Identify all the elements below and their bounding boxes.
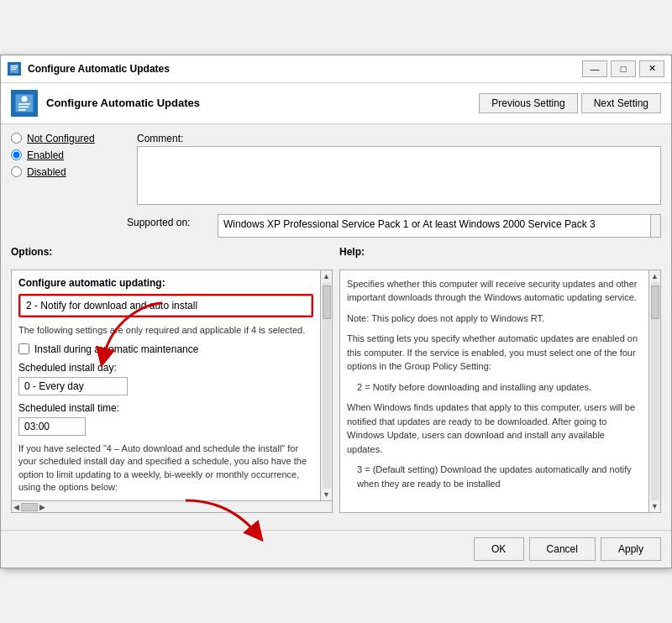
dialog-body: Not Configured Enabled Disabled Comment:… (1, 124, 671, 531)
dialog-header: Configure Automatic Updates Previous Set… (1, 83, 671, 124)
cancel-button[interactable]: Cancel (529, 537, 596, 561)
info-text: The following settings are only required… (18, 324, 313, 337)
enabled-label: Enabled (27, 149, 64, 161)
window: Configure Automatic Updates — □ ✕ Config… (0, 55, 672, 569)
left-scroll-area: Configure automatic updating: 2 - Notify… (12, 270, 320, 501)
header-left: Configure Automatic Updates (11, 90, 200, 117)
columns-section: Options: Help: Configure automatic updat… (11, 246, 661, 514)
help-header: Help: (339, 246, 661, 258)
svg-rect-10 (18, 109, 26, 111)
not-configured-label: Not Configured (27, 133, 95, 144)
title-bar-controls: — □ ✕ (582, 60, 664, 77)
configure-dropdown[interactable]: 2 - Notify for download and auto install… (20, 296, 312, 316)
radio-group: Not Configured Enabled Disabled (11, 133, 120, 178)
scroll-thumb[interactable] (323, 285, 331, 319)
disabled-radio[interactable] (11, 166, 22, 177)
time-select-wrapper: 03:00 04:00 (18, 417, 86, 436)
time-field-row: 03:00 04:00 (18, 417, 313, 436)
help-para1: Specifies whether this computer will rec… (347, 277, 642, 305)
right-col-content: Specifies whether this computer will rec… (340, 270, 648, 513)
supported-row: Supported on: Windows XP Professional Se… (11, 214, 661, 238)
right-scroll-down-arrow[interactable]: ▼ (651, 502, 659, 510)
supported-scrollbar[interactable] (650, 215, 660, 237)
day-select[interactable]: 0 - Every day 1 - Sunday 2 - Monday (18, 377, 128, 395)
header-title: Configure Automatic Updates (46, 97, 200, 109)
auto-maintenance-checkbox-item[interactable]: Install during automatic maintenance (18, 343, 313, 355)
help-para6: 3 = (Default setting) Download the updat… (357, 463, 642, 490)
day-field-row: 0 - Every day 1 - Sunday 2 - Monday (18, 377, 313, 395)
right-scroll-up-arrow[interactable]: ▲ (651, 272, 659, 280)
enabled-option[interactable]: Enabled (11, 149, 120, 161)
right-column: Specifies whether this computer will rec… (339, 270, 661, 514)
disabled-label: Disabled (27, 166, 66, 178)
help-para2: Note: This policy does not apply to Wind… (347, 312, 642, 326)
h-scroll-left-arrow[interactable]: ◀ (13, 503, 19, 511)
maximize-button[interactable]: □ (611, 60, 636, 77)
header-icon (11, 90, 38, 117)
minimize-button[interactable]: — (582, 60, 607, 77)
disabled-option[interactable]: Disabled (11, 166, 120, 178)
svg-rect-8 (18, 103, 30, 105)
configure-updating-label: Configure automatic updating: (18, 277, 313, 289)
scroll-track (323, 282, 331, 490)
svg-rect-2 (11, 65, 18, 66)
comment-textarea[interactable] (137, 146, 661, 205)
scroll-down-arrow[interactable]: ▼ (323, 490, 330, 499)
scroll-up-arrow[interactable]: ▲ (323, 272, 330, 280)
title-bar: Configure Automatic Updates — □ ✕ (1, 55, 671, 83)
supported-value-text: Windows XP Professional Service Pack 1 o… (223, 218, 596, 230)
auto-maintenance-label: Install during automatic maintenance (34, 343, 198, 355)
day-select-wrapper: 0 - Every day 1 - Sunday 2 - Monday (18, 377, 128, 395)
window-icon (8, 62, 21, 76)
h-scroll-thumb[interactable] (21, 503, 38, 511)
ok-button[interactable]: OK (474, 537, 524, 561)
svg-rect-9 (18, 106, 29, 107)
supported-label: Supported on: (127, 214, 211, 228)
horizontal-scrollbar[interactable]: ◀ ▶ (12, 500, 332, 512)
not-configured-radio[interactable] (11, 133, 22, 144)
time-label: Scheduled install time: (18, 402, 313, 414)
h-scroll-right-arrow[interactable]: ▶ (39, 503, 45, 511)
svg-point-7 (22, 96, 28, 102)
auto-maintenance-checkbox[interactable] (18, 343, 29, 354)
options-comment-row: Not Configured Enabled Disabled Comment: (11, 133, 661, 207)
comment-label: Comment: (137, 133, 661, 144)
options-header: Options: (11, 246, 333, 258)
header-buttons: Previous Setting Next Setting (479, 93, 661, 113)
bottom-text: If you have selected "4 – Auto download … (18, 442, 313, 495)
left-inner: Configure automatic updating: 2 - Notify… (12, 270, 332, 501)
right-scroll-thumb[interactable] (651, 285, 659, 319)
help-para3: This setting lets you specify whether au… (347, 332, 642, 374)
close-button[interactable]: ✕ (639, 60, 664, 77)
help-para4: 2 = Notify before downloading and instal… (357, 380, 642, 395)
svg-rect-3 (11, 67, 18, 68)
right-scroll-track (651, 282, 659, 501)
supported-value: Windows XP Professional Service Pack 1 o… (218, 214, 661, 238)
time-select[interactable]: 03:00 04:00 (18, 417, 86, 436)
right-scrollbar[interactable]: ▲ ▼ (648, 270, 660, 513)
apply-button[interactable]: Apply (601, 537, 661, 561)
columns: Configure automatic updating: 2 - Notify… (11, 270, 661, 514)
title-bar-text: Configure Automatic Updates (28, 63, 575, 75)
previous-setting-button[interactable]: Previous Setting (479, 93, 577, 113)
help-para5: When Windows finds updates that apply to… (347, 400, 642, 456)
enabled-radio[interactable] (11, 149, 22, 160)
footer: OK Cancel Apply (1, 530, 671, 568)
left-scrollbar[interactable]: ▲ ▼ (320, 270, 332, 501)
next-setting-button[interactable]: Next Setting (581, 93, 661, 113)
not-configured-option[interactable]: Not Configured (11, 133, 120, 144)
svg-rect-4 (11, 69, 16, 70)
left-column: Configure automatic updating: 2 - Notify… (11, 270, 333, 514)
comment-area: Comment: (137, 133, 661, 207)
configure-dropdown-wrapper: 2 - Notify for download and auto install… (18, 294, 313, 317)
day-label: Scheduled install day: (18, 362, 313, 374)
